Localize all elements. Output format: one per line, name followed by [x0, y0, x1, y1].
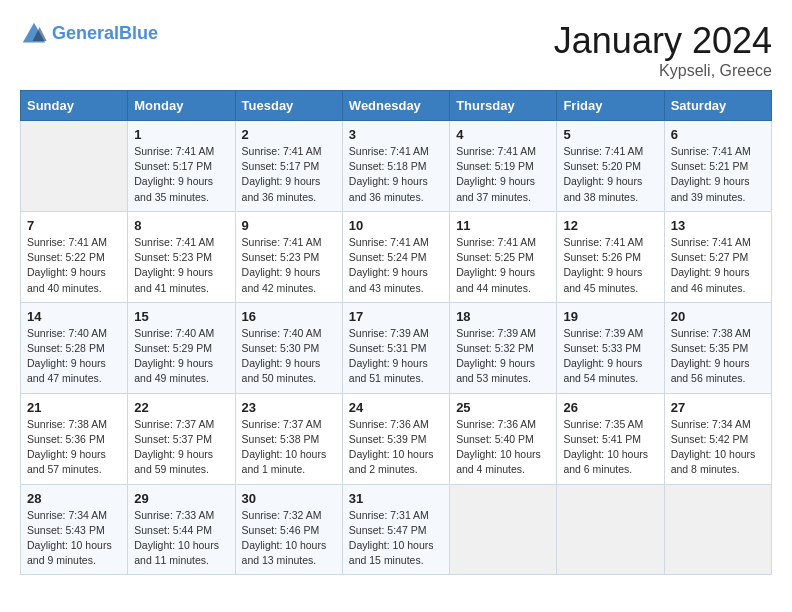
- calendar-cell: 28Sunrise: 7:34 AMSunset: 5:43 PMDayligh…: [21, 484, 128, 575]
- day-number: 5: [563, 127, 657, 142]
- day-info: Sunrise: 7:41 AMSunset: 5:23 PMDaylight:…: [134, 235, 228, 296]
- day-info: Sunrise: 7:41 AMSunset: 5:27 PMDaylight:…: [671, 235, 765, 296]
- day-info: Sunrise: 7:41 AMSunset: 5:21 PMDaylight:…: [671, 144, 765, 205]
- day-number: 1: [134, 127, 228, 142]
- day-info: Sunrise: 7:41 AMSunset: 5:18 PMDaylight:…: [349, 144, 443, 205]
- day-info: Sunrise: 7:39 AMSunset: 5:33 PMDaylight:…: [563, 326, 657, 387]
- calendar-week-row-3: 14Sunrise: 7:40 AMSunset: 5:28 PMDayligh…: [21, 302, 772, 393]
- calendar-dow-wednesday: Wednesday: [342, 91, 449, 121]
- calendar-cell: 26Sunrise: 7:35 AMSunset: 5:41 PMDayligh…: [557, 393, 664, 484]
- calendar-cell: 14Sunrise: 7:40 AMSunset: 5:28 PMDayligh…: [21, 302, 128, 393]
- day-number: 4: [456, 127, 550, 142]
- day-number: 16: [242, 309, 336, 324]
- calendar-cell: [664, 484, 771, 575]
- day-number: 23: [242, 400, 336, 415]
- day-info: Sunrise: 7:41 AMSunset: 5:19 PMDaylight:…: [456, 144, 550, 205]
- day-number: 14: [27, 309, 121, 324]
- day-info: Sunrise: 7:36 AMSunset: 5:40 PMDaylight:…: [456, 417, 550, 478]
- calendar-cell: 1Sunrise: 7:41 AMSunset: 5:17 PMDaylight…: [128, 121, 235, 212]
- calendar-cell: 7Sunrise: 7:41 AMSunset: 5:22 PMDaylight…: [21, 211, 128, 302]
- page-header: GeneralBlue January 2024 Kypseli, Greece: [20, 20, 772, 80]
- calendar-cell: 11Sunrise: 7:41 AMSunset: 5:25 PMDayligh…: [450, 211, 557, 302]
- day-number: 15: [134, 309, 228, 324]
- day-info: Sunrise: 7:41 AMSunset: 5:25 PMDaylight:…: [456, 235, 550, 296]
- calendar-cell: [557, 484, 664, 575]
- day-info: Sunrise: 7:33 AMSunset: 5:44 PMDaylight:…: [134, 508, 228, 569]
- day-number: 28: [27, 491, 121, 506]
- day-number: 7: [27, 218, 121, 233]
- logo-line1: General: [52, 23, 119, 43]
- month-year: January 2024: [554, 20, 772, 62]
- calendar-cell: 9Sunrise: 7:41 AMSunset: 5:23 PMDaylight…: [235, 211, 342, 302]
- calendar-dow-sunday: Sunday: [21, 91, 128, 121]
- day-info: Sunrise: 7:32 AMSunset: 5:46 PMDaylight:…: [242, 508, 336, 569]
- calendar-cell: 21Sunrise: 7:38 AMSunset: 5:36 PMDayligh…: [21, 393, 128, 484]
- day-number: 19: [563, 309, 657, 324]
- day-number: 10: [349, 218, 443, 233]
- day-info: Sunrise: 7:39 AMSunset: 5:31 PMDaylight:…: [349, 326, 443, 387]
- day-number: 27: [671, 400, 765, 415]
- calendar-dow-monday: Monday: [128, 91, 235, 121]
- day-info: Sunrise: 7:31 AMSunset: 5:47 PMDaylight:…: [349, 508, 443, 569]
- calendar-cell: 15Sunrise: 7:40 AMSunset: 5:29 PMDayligh…: [128, 302, 235, 393]
- calendar-cell: 17Sunrise: 7:39 AMSunset: 5:31 PMDayligh…: [342, 302, 449, 393]
- calendar-cell: 12Sunrise: 7:41 AMSunset: 5:26 PMDayligh…: [557, 211, 664, 302]
- calendar-cell: 18Sunrise: 7:39 AMSunset: 5:32 PMDayligh…: [450, 302, 557, 393]
- day-info: Sunrise: 7:34 AMSunset: 5:43 PMDaylight:…: [27, 508, 121, 569]
- day-number: 3: [349, 127, 443, 142]
- day-number: 21: [27, 400, 121, 415]
- day-info: Sunrise: 7:34 AMSunset: 5:42 PMDaylight:…: [671, 417, 765, 478]
- calendar-dow-friday: Friday: [557, 91, 664, 121]
- calendar-cell: 20Sunrise: 7:38 AMSunset: 5:35 PMDayligh…: [664, 302, 771, 393]
- calendar-cell: 19Sunrise: 7:39 AMSunset: 5:33 PMDayligh…: [557, 302, 664, 393]
- calendar-cell: 6Sunrise: 7:41 AMSunset: 5:21 PMDaylight…: [664, 121, 771, 212]
- day-number: 31: [349, 491, 443, 506]
- calendar-dow-thursday: Thursday: [450, 91, 557, 121]
- calendar-week-row-4: 21Sunrise: 7:38 AMSunset: 5:36 PMDayligh…: [21, 393, 772, 484]
- day-number: 18: [456, 309, 550, 324]
- day-info: Sunrise: 7:36 AMSunset: 5:39 PMDaylight:…: [349, 417, 443, 478]
- calendar-dow-tuesday: Tuesday: [235, 91, 342, 121]
- calendar-cell: 4Sunrise: 7:41 AMSunset: 5:19 PMDaylight…: [450, 121, 557, 212]
- day-number: 8: [134, 218, 228, 233]
- day-number: 29: [134, 491, 228, 506]
- calendar-dow-saturday: Saturday: [664, 91, 771, 121]
- calendar-cell: 29Sunrise: 7:33 AMSunset: 5:44 PMDayligh…: [128, 484, 235, 575]
- calendar-cell: [21, 121, 128, 212]
- day-info: Sunrise: 7:40 AMSunset: 5:30 PMDaylight:…: [242, 326, 336, 387]
- day-number: 2: [242, 127, 336, 142]
- calendar-cell: 30Sunrise: 7:32 AMSunset: 5:46 PMDayligh…: [235, 484, 342, 575]
- logo-text: GeneralBlue: [52, 24, 158, 44]
- calendar-cell: 16Sunrise: 7:40 AMSunset: 5:30 PMDayligh…: [235, 302, 342, 393]
- calendar-cell: 31Sunrise: 7:31 AMSunset: 5:47 PMDayligh…: [342, 484, 449, 575]
- logo-line2: Blue: [119, 23, 158, 43]
- calendar-header-row: SundayMondayTuesdayWednesdayThursdayFrid…: [21, 91, 772, 121]
- day-info: Sunrise: 7:35 AMSunset: 5:41 PMDaylight:…: [563, 417, 657, 478]
- day-number: 6: [671, 127, 765, 142]
- calendar-cell: 24Sunrise: 7:36 AMSunset: 5:39 PMDayligh…: [342, 393, 449, 484]
- calendar-week-row-2: 7Sunrise: 7:41 AMSunset: 5:22 PMDaylight…: [21, 211, 772, 302]
- day-number: 26: [563, 400, 657, 415]
- location: Kypseli, Greece: [554, 62, 772, 80]
- logo-icon: [20, 20, 48, 48]
- day-number: 24: [349, 400, 443, 415]
- day-number: 12: [563, 218, 657, 233]
- day-info: Sunrise: 7:41 AMSunset: 5:24 PMDaylight:…: [349, 235, 443, 296]
- day-number: 25: [456, 400, 550, 415]
- day-info: Sunrise: 7:41 AMSunset: 5:26 PMDaylight:…: [563, 235, 657, 296]
- day-number: 17: [349, 309, 443, 324]
- calendar-cell: 25Sunrise: 7:36 AMSunset: 5:40 PMDayligh…: [450, 393, 557, 484]
- day-number: 30: [242, 491, 336, 506]
- day-info: Sunrise: 7:41 AMSunset: 5:23 PMDaylight:…: [242, 235, 336, 296]
- day-info: Sunrise: 7:38 AMSunset: 5:35 PMDaylight:…: [671, 326, 765, 387]
- calendar-cell: 13Sunrise: 7:41 AMSunset: 5:27 PMDayligh…: [664, 211, 771, 302]
- calendar-cell: 2Sunrise: 7:41 AMSunset: 5:17 PMDaylight…: [235, 121, 342, 212]
- calendar-cell: 5Sunrise: 7:41 AMSunset: 5:20 PMDaylight…: [557, 121, 664, 212]
- calendar-cell: 8Sunrise: 7:41 AMSunset: 5:23 PMDaylight…: [128, 211, 235, 302]
- day-number: 20: [671, 309, 765, 324]
- calendar-cell: 10Sunrise: 7:41 AMSunset: 5:24 PMDayligh…: [342, 211, 449, 302]
- day-number: 9: [242, 218, 336, 233]
- day-number: 11: [456, 218, 550, 233]
- calendar-cell: [450, 484, 557, 575]
- calendar-table: SundayMondayTuesdayWednesdayThursdayFrid…: [20, 90, 772, 575]
